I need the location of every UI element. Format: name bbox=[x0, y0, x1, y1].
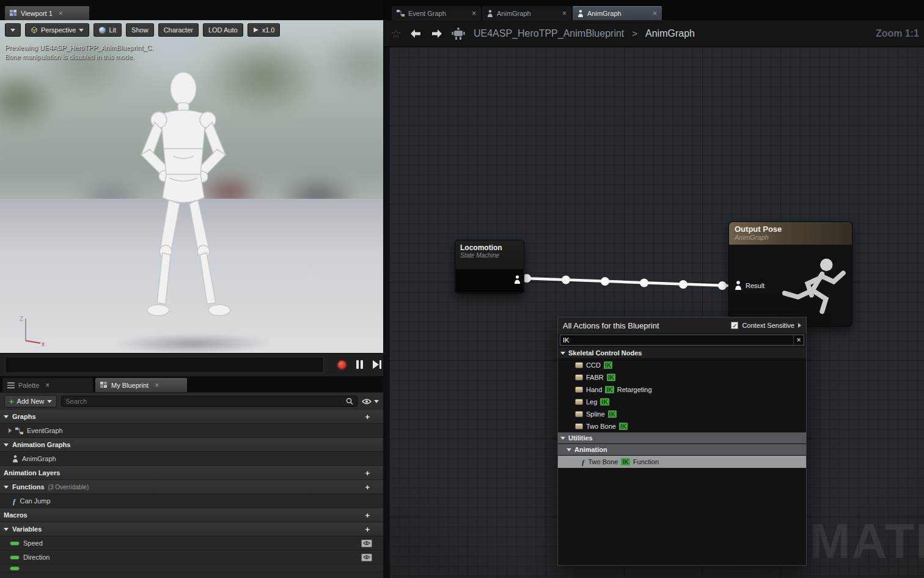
tree-item-animgraph[interactable]: AnimGraph bbox=[0, 452, 383, 466]
action-item-two-bone-ik[interactable]: Two Bone IK bbox=[558, 420, 806, 432]
mannequin-character bbox=[101, 64, 266, 352]
pose-pin-icon bbox=[514, 275, 521, 284]
actions-search-box[interactable]: × bbox=[560, 335, 804, 346]
close-icon[interactable]: × bbox=[562, 10, 566, 17]
output-pose-pin[interactable] bbox=[514, 275, 521, 286]
output-pose-node[interactable]: Output Pose AnimGraph Result bbox=[728, 221, 853, 327]
search-match-highlight: IK bbox=[605, 386, 614, 393]
category-utilities[interactable]: Utilities bbox=[558, 432, 806, 444]
node-icon bbox=[575, 374, 583, 380]
tab-animgraph-2[interactable]: AnimGraph × bbox=[573, 6, 662, 20]
preview-overlay-text: Previewing UE4ASP_HeroTPP_AnimBlueprint_… bbox=[5, 43, 153, 62]
palette-icon bbox=[7, 382, 15, 388]
tree-item-eventgraph[interactable]: EventGraph bbox=[0, 424, 383, 438]
actions-menu-title: All Actions for this Blueprint bbox=[563, 321, 659, 330]
add-function-button[interactable]: + bbox=[365, 483, 370, 491]
tree-item-speed[interactable]: Speed bbox=[0, 536, 383, 550]
action-item-leg-ik[interactable]: Leg IK bbox=[558, 396, 806, 408]
tab-viewport-1[interactable]: Viewport 1 × bbox=[5, 6, 89, 20]
search-match-highlight: IK bbox=[608, 410, 617, 418]
breadcrumb-root[interactable]: UE4ASP_HeroTPP_AnimBlueprint bbox=[474, 28, 624, 39]
nav-forward-button[interactable] bbox=[430, 28, 443, 39]
visibility-toggle[interactable] bbox=[361, 554, 372, 561]
collapsed-triangle-icon[interactable] bbox=[9, 428, 12, 433]
preview-overlay-line1: Previewing UE4ASP_HeroTPP_AnimBlueprint_… bbox=[5, 43, 153, 53]
breadcrumb-bar: ☆ UE4ASP_HeroTPP_AnimBlueprint > AnimGra… bbox=[383, 20, 924, 47]
favorite-star-icon[interactable]: ☆ bbox=[391, 28, 402, 40]
variable-pill-icon bbox=[10, 541, 20, 546]
visibility-toggle[interactable] bbox=[361, 539, 372, 547]
step-forward-icon bbox=[373, 360, 379, 369]
expand-arrow-icon[interactable] bbox=[798, 323, 801, 328]
playback-speed-button[interactable]: x1.0 bbox=[248, 23, 280, 37]
perspective-button[interactable]: Perspective bbox=[25, 23, 89, 37]
check-icon: ✓ bbox=[732, 322, 737, 329]
tree-header-macros[interactable]: Macros + bbox=[0, 508, 383, 522]
node-subtitle: AnimGraph bbox=[735, 234, 846, 241]
tree-header-animation-layers[interactable]: Animation Layers + bbox=[0, 466, 383, 480]
tree-header-functions[interactable]: Functions (3 Overridable) + bbox=[0, 480, 383, 494]
category-animation[interactable]: Animation bbox=[558, 444, 806, 456]
add-new-button[interactable]: + Add New bbox=[4, 395, 57, 407]
context-sensitive-checkbox[interactable]: ✓ bbox=[731, 322, 738, 329]
eye-icon bbox=[363, 555, 370, 560]
tree-header-animation-graphs[interactable]: Animation Graphs bbox=[0, 438, 383, 452]
left-panel: Viewport 1 × bbox=[0, 0, 383, 578]
filter-visibility-button[interactable] bbox=[362, 398, 379, 405]
tab-palette[interactable]: Palette × bbox=[2, 378, 93, 392]
breadcrumb-separator: > bbox=[632, 28, 637, 39]
tab-animgraph-1[interactable]: AnimGraph × bbox=[482, 6, 571, 20]
show-button[interactable]: Show bbox=[126, 23, 154, 37]
close-icon[interactable]: × bbox=[155, 382, 159, 389]
tab-label: Viewport 1 bbox=[21, 10, 53, 17]
timeline-scrubber[interactable] bbox=[5, 357, 324, 373]
tab-event-graph[interactable]: Event Graph × bbox=[392, 6, 481, 20]
close-icon[interactable]: × bbox=[59, 10, 63, 17]
add-macro-button[interactable]: + bbox=[365, 511, 370, 519]
action-item-fabrik[interactable]: FABRIK bbox=[558, 371, 806, 383]
add-variable-button[interactable]: + bbox=[365, 525, 370, 533]
breadcrumb-current[interactable]: AnimGraph bbox=[645, 28, 695, 39]
tree-item-can-jump[interactable]: ƒ Can Jump bbox=[0, 494, 383, 508]
clear-search-button[interactable]: × bbox=[793, 335, 804, 345]
event-graph-icon bbox=[397, 10, 405, 17]
actions-search-input[interactable] bbox=[560, 335, 793, 345]
blueprint-search-box[interactable] bbox=[61, 396, 358, 407]
record-button[interactable] bbox=[337, 360, 347, 370]
blueprint-robot-icon bbox=[451, 27, 466, 40]
action-item-hand-ik-retargeting[interactable]: Hand IK Retargeting bbox=[558, 383, 806, 396]
step-forward-button[interactable] bbox=[373, 360, 381, 369]
tree-header-variables[interactable]: Variables + bbox=[0, 522, 383, 536]
preview-viewport[interactable]: Perspective Lit Show Character LOD Auto … bbox=[0, 20, 383, 353]
nav-back-button[interactable] bbox=[409, 28, 422, 39]
panel-tab-strip: Palette × My Blueprint × bbox=[0, 376, 383, 392]
eye-icon bbox=[362, 398, 372, 405]
add-animation-layer-button[interactable]: + bbox=[365, 469, 370, 477]
tab-my-blueprint[interactable]: My Blueprint × bbox=[95, 378, 187, 392]
close-icon[interactable]: × bbox=[653, 10, 657, 17]
action-item-ccdik[interactable]: CCDIK bbox=[558, 359, 806, 371]
search-match-highlight: IK bbox=[619, 423, 628, 430]
variable-pill-icon bbox=[10, 566, 20, 571]
lod-auto-button[interactable]: LOD Auto bbox=[203, 23, 243, 37]
graph-canvas[interactable]: Locomotion State Machine Output Pose Ani… bbox=[389, 47, 924, 578]
expanded-triangle-icon bbox=[566, 448, 571, 451]
tree-item-partial[interactable] bbox=[0, 565, 383, 572]
tree-header-graphs[interactable]: Graphs + bbox=[0, 410, 383, 424]
character-button[interactable]: Character bbox=[158, 23, 199, 37]
category-skeletal-control-nodes[interactable]: Skeletal Control Nodes bbox=[558, 347, 806, 359]
my-blueprint-icon bbox=[100, 382, 108, 388]
locomotion-node[interactable]: Locomotion State Machine bbox=[455, 240, 524, 294]
action-item-spline-ik[interactable]: Spline IK bbox=[558, 408, 806, 420]
lit-button[interactable]: Lit bbox=[94, 23, 122, 37]
close-icon[interactable]: × bbox=[45, 382, 50, 389]
tree-item-direction[interactable]: Direction bbox=[0, 550, 383, 565]
result-pin[interactable]: Result bbox=[735, 281, 765, 290]
action-item-two-bone-ik-function[interactable]: ƒ Two Bone IK Function bbox=[558, 456, 806, 468]
add-graph-button[interactable]: + bbox=[365, 413, 370, 421]
blueprint-search-input[interactable] bbox=[65, 398, 342, 405]
lit-sphere-icon bbox=[99, 27, 106, 34]
close-icon[interactable]: × bbox=[472, 10, 476, 17]
pause-button[interactable] bbox=[356, 360, 363, 369]
viewport-options-button[interactable] bbox=[5, 23, 21, 37]
